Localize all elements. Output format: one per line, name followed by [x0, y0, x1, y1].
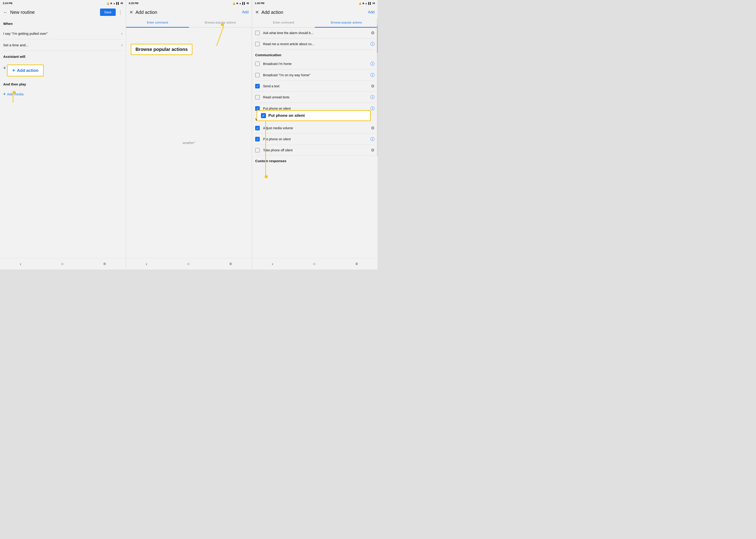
checkbox-alarm[interactable]	[255, 31, 260, 35]
broadcast-way-text: Broadcast "I'm on my way home"	[263, 73, 367, 77]
status-bar-1: 2:24 PM 🔔 ⊕ ▲ ▌▌ 49	[0, 0, 126, 6]
notification-icon: 🔔	[107, 2, 109, 5]
home-nav-3[interactable]: ○	[313, 261, 316, 267]
top-bar-left-2: ✕ Add action	[129, 9, 157, 15]
info-icon-bh[interactable]: ⓘ	[371, 61, 375, 67]
and-then-play-label: And then play	[3, 79, 123, 89]
checkbox-ps2[interactable]: ✓	[255, 137, 260, 141]
bottom-nav-1: ‹ ○ ≡	[0, 258, 126, 270]
checkbox-broadcast-way[interactable]: Broadcast "I'm on my way home" ⓘ	[255, 70, 375, 81]
signal-icon-2: ▌▌	[242, 2, 245, 5]
status-icons-1: 🔔 ⊕ ▲ ▌▌ 49	[107, 2, 123, 5]
top-bar-2: ✕ Add action Add	[126, 6, 252, 18]
top-bar-3: ✕ Add action Add	[252, 6, 378, 18]
time-3: 1:49 PM	[255, 2, 264, 5]
checkbox-article[interactable]	[255, 42, 260, 46]
tab-enter-command-3[interactable]: Enter command	[252, 18, 315, 28]
tab-enter-command[interactable]: Enter command	[126, 18, 189, 28]
info-icon-article[interactable]: ⓘ	[371, 41, 375, 47]
trigger-item-2[interactable]: Set a time and... ›	[3, 39, 123, 51]
add-action-plus: +	[3, 65, 6, 71]
bluetooth-icon-3: ⊕	[362, 2, 364, 5]
checkbox-bh[interactable]	[255, 61, 260, 66]
checkbox-read-unread[interactable]: Read unread texts ⓘ	[255, 92, 375, 103]
trigger-text-1: I say "I'm getting pulled over"	[3, 32, 48, 36]
checkbox-ps[interactable]: ✓	[255, 106, 260, 111]
checkbox-st[interactable]: ✓	[255, 84, 260, 89]
gear-icon-tos[interactable]: ⚙	[371, 148, 375, 153]
bluetooth-icon: ⊕	[110, 2, 112, 5]
gear-icon-alarm[interactable]: ⚙	[371, 31, 375, 36]
add-button-3[interactable]: Add	[368, 10, 375, 14]
menu-nav-1[interactable]: ≡	[103, 261, 106, 267]
page-title-2: Add action	[135, 10, 157, 15]
back-nav-1[interactable]: ‹	[20, 261, 22, 267]
tabs-2: Enter command Browse popular actions	[126, 18, 252, 28]
trigger-text-2: Set a time and...	[3, 43, 28, 47]
wifi-icon-3: ▲	[365, 2, 368, 5]
checkbox-ru[interactable]	[255, 95, 260, 100]
add-media-text: Add media	[7, 92, 24, 96]
gear-icon-st[interactable]: ⚙	[371, 84, 375, 89]
close-button-2[interactable]: ✕	[129, 9, 133, 15]
info-icon-bw[interactable]: ⓘ	[371, 72, 375, 78]
trigger-item-1[interactable]: I say "I'm getting pulled over" ›	[3, 28, 123, 39]
checkbox-bw[interactable]	[255, 73, 260, 77]
scrollbar-thumb	[377, 25, 378, 53]
checkbox-put-silent[interactable]: ✓ Put phone on silent ⓘ	[255, 103, 375, 114]
status-icons-3: 🔔 ⊕ ▲ ▌▌ 54	[359, 2, 375, 5]
checkbox-tos[interactable]	[255, 148, 260, 152]
back-button[interactable]: ←	[3, 10, 8, 15]
checkbox-put-silent-2[interactable]: ✓ Put phone on silent ⓘ	[255, 134, 375, 145]
chevron-icon-2: ›	[121, 42, 123, 47]
battery-2: 45	[246, 2, 249, 5]
add-media-plus: +	[3, 92, 6, 97]
bluetooth-icon-2: ⊕	[236, 2, 238, 5]
broadcast-home-text: Broadcast I'm home	[263, 62, 367, 66]
wifi-icon: ▲	[113, 2, 115, 5]
content-1: When I say "I'm getting pulled over" › S…	[0, 18, 126, 258]
battery-1: 49	[121, 2, 123, 5]
checkbox-take-off-silent[interactable]: Take phone off silent ⚙	[255, 145, 375, 156]
menu-nav-2[interactable]: ≡	[229, 261, 232, 267]
top-bar-left-1: ← New routine	[3, 10, 35, 15]
assistant-will-label: Assistant will	[3, 51, 123, 61]
info-icon-ps2[interactable]: ⓘ	[371, 136, 375, 142]
add-action-link[interactable]: + Add action	[3, 62, 123, 74]
checkbox-item-alarm[interactable]: Ask what time the alarm should b... ⚙	[255, 28, 375, 38]
alarm-text: Ask what time the alarm should b...	[263, 31, 368, 35]
top-bar-left-3: ✕ Add action	[255, 9, 283, 15]
back-nav-2[interactable]: ‹	[146, 261, 147, 267]
tab-browse-popular-3[interactable]: Browse popular actions	[315, 18, 378, 28]
bottom-nav-3: ‹ ○ ≡	[252, 258, 378, 270]
checkbox-send-text[interactable]: ✓ Send a text ⚙	[255, 81, 375, 92]
scrollbar[interactable]	[377, 19, 378, 157]
add-media-link[interactable]: + Add media	[3, 89, 123, 100]
close-button-3[interactable]: ✕	[255, 9, 259, 15]
tab-browse-popular[interactable]: Browse popular actions	[189, 18, 252, 28]
tabs-3: Enter command Browse popular actions	[252, 18, 378, 28]
more-button[interactable]: ⋮	[118, 9, 123, 15]
menu-nav-3[interactable]: ≡	[355, 261, 358, 267]
checkbox-broadcast-home[interactable]: Broadcast I'm home ⓘ	[255, 58, 375, 70]
page-title-1: New routine	[10, 10, 35, 15]
info-icon-ps[interactable]: ⓘ	[371, 106, 375, 111]
home-nav-2[interactable]: ○	[187, 261, 190, 267]
middle-content-2: weather"	[126, 28, 252, 258]
checkbox-av[interactable]: ✓	[255, 126, 260, 130]
content-3: Ask what time the alarm should b... ⚙ Re…	[252, 28, 378, 258]
time-2: 6:29 PM	[129, 2, 138, 5]
gear-icon-av[interactable]: ⚙	[371, 125, 375, 131]
article-text: Read me a recent article about co...	[263, 42, 367, 46]
time-1: 2:24 PM	[3, 2, 12, 5]
checkbox-adjust-volume[interactable]: ✓ Adjust media volume ⚙	[255, 123, 375, 134]
save-button[interactable]: Save	[100, 9, 116, 16]
info-icon-ru[interactable]: ⓘ	[371, 95, 375, 100]
panel-browse-popular: 1:49 PM 🔔 ⊕ ▲ ▌▌ 54 ✕ Add action Add Ent…	[252, 0, 378, 270]
wifi-icon-2: ▲	[239, 2, 241, 5]
back-nav-3[interactable]: ‹	[272, 261, 273, 267]
home-nav-1[interactable]: ○	[61, 261, 64, 267]
notification-icon-2: 🔔	[232, 2, 235, 5]
add-button-2[interactable]: Add	[242, 10, 248, 14]
checkbox-item-article[interactable]: Read me a recent article about co... ⓘ	[255, 38, 375, 50]
